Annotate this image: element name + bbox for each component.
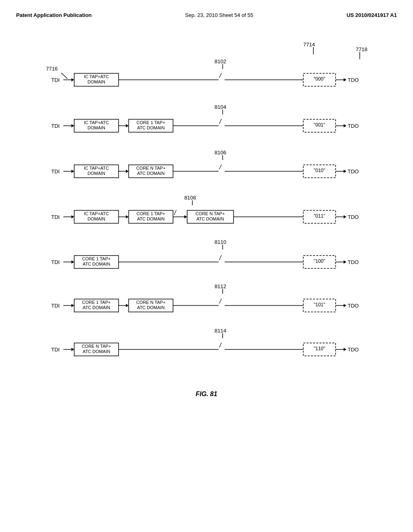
row6-tdo: TDO	[348, 303, 359, 309]
row2-box2-t2: ATC DOMAIN	[137, 125, 165, 130]
row2-code: "001"	[314, 122, 325, 128]
row4-arrow-mid1	[126, 215, 129, 218]
row1-arrow-out	[344, 78, 346, 81]
row6-slash: /	[219, 298, 222, 305]
row6-code: "101"	[314, 302, 325, 308]
row4-arrow-out	[344, 215, 346, 218]
row3-box2-t1: CORE N TAP+	[136, 166, 166, 170]
row5-box1-t1: CORE 1 TAP+	[82, 256, 111, 261]
row3-box1-t2: DOMAIN	[88, 171, 105, 176]
row6-box1-t1: CORE 1 TAP+	[82, 300, 111, 305]
row6-box2-t1: CORE N TAP+	[136, 300, 166, 305]
row2-arrow-mid	[126, 124, 129, 127]
row7-tdo: TDO	[348, 347, 359, 353]
row2-tdi: TDI	[51, 123, 60, 129]
row2-slash: /	[219, 118, 222, 125]
row6-tdi: TDI	[51, 303, 60, 309]
row5-arrow-in	[71, 260, 74, 264]
row7-box1-t1: CORE N TAP+	[82, 344, 111, 349]
row4-arrow-in	[71, 215, 74, 218]
row2-tdo: TDO	[348, 123, 359, 129]
ref-8106: 8106	[215, 150, 226, 156]
row3-arrow-mid	[126, 170, 129, 173]
row7-slash: /	[219, 342, 222, 349]
ref-8104: 8104	[215, 104, 226, 110]
header-center: Sep. 23, 2010 Sheet 54 of 55	[185, 12, 253, 18]
row3-box1-t1: IC TAP+ATC	[84, 166, 109, 170]
row3-slash: /	[219, 164, 222, 170]
row5-arrow-out	[344, 260, 346, 264]
ref-8102: 8102	[215, 58, 226, 64]
row4-arrow-mid2	[184, 215, 187, 218]
row7-arrow-out	[344, 348, 346, 351]
row2-box1-t1: IC TAP+ATC	[84, 120, 109, 125]
row1-box1-text2: DOMAIN	[88, 79, 105, 84]
row7-code: "110"	[314, 346, 325, 351]
svg-line-1	[61, 73, 67, 79]
row4-tdo: TDO	[348, 214, 359, 220]
row2-box2-t1: CORE 1 TAP+	[137, 120, 165, 125]
row5-tdo: TDO	[348, 259, 359, 265]
row3-box2-t2: ATC DOMAIN	[137, 171, 165, 176]
row4-slash: /	[174, 209, 177, 216]
row3-arrow-in	[71, 170, 74, 173]
row4-box3-t1: CORE N TAP+	[196, 211, 225, 216]
row6-arrow-out	[344, 304, 346, 307]
row4-box1-t2: DOMAIN	[88, 216, 105, 221]
row3-arrow-out	[344, 170, 346, 173]
row5-tdi: TDI	[51, 259, 60, 265]
ref-8112: 8112	[215, 283, 226, 289]
row6-arrow-in	[71, 304, 74, 307]
row4-box2-t2: ATC DOMAIN	[137, 216, 165, 221]
row1-box1-text1: IC TAP+ATC	[84, 74, 109, 79]
row1-arrow-in	[71, 78, 74, 81]
row5-code: "100"	[314, 258, 325, 264]
ref-8108: 8108	[184, 195, 196, 201]
row6-box1-t2: ATC DOMAIN	[83, 305, 110, 310]
row6-arrow-mid	[126, 304, 129, 307]
header-left: Patent Application Publication	[16, 12, 92, 18]
row2-box1-t2: DOMAIN	[88, 125, 105, 130]
row1-tdo: TDO	[348, 77, 359, 83]
row5-box1-t2: ATC DOMAIN	[83, 262, 110, 266]
row7-box1-t2: ATC DOMAIN	[83, 349, 110, 354]
figure-caption: FIG. 81	[16, 391, 397, 398]
row4-code: "011"	[314, 213, 325, 219]
row4-box2-t1: CORE 1 TAP+	[137, 211, 165, 216]
ref-7716: 7716	[46, 66, 58, 72]
row1-slash: /	[219, 72, 222, 79]
ref-8110: 8110	[215, 239, 226, 245]
row7-arrow-in	[71, 348, 74, 351]
row7-tdi: TDI	[51, 347, 60, 353]
row3-tdi: TDI	[51, 168, 60, 175]
ref-7714: 7714	[303, 42, 315, 48]
row2-arrow-in	[71, 124, 74, 127]
header: Patent Application Publication Sep. 23, …	[16, 12, 397, 18]
row5-slash: /	[219, 254, 222, 261]
ref-7718: 7718	[356, 46, 367, 52]
row3-tdo: TDO	[348, 168, 359, 175]
ref-8114: 8114	[215, 328, 226, 334]
row3-code: "010"	[314, 168, 325, 173]
row6-box2-t2: ATC DOMAIN	[137, 305, 165, 310]
page: Patent Application Publication Sep. 23, …	[0, 0, 413, 532]
row4-box1-t1: IC TAP+ATC	[84, 211, 109, 216]
diagram-svg: 7714 7716 7718 8102 TDI IC TAP+ATC DOMAI…	[25, 34, 388, 381]
row4-box3-t2: ATC DOMAIN	[196, 216, 224, 221]
row4-tdi: TDI	[51, 214, 60, 220]
header-right: US 2010/0241917 A1	[346, 12, 397, 18]
row1-code: "000"	[314, 76, 325, 82]
row2-arrow-out	[344, 124, 346, 127]
diagram-area: 7714 7716 7718 8102 TDI IC TAP+ATC DOMAI…	[25, 34, 388, 382]
row1-tdi: TDI	[51, 77, 60, 83]
